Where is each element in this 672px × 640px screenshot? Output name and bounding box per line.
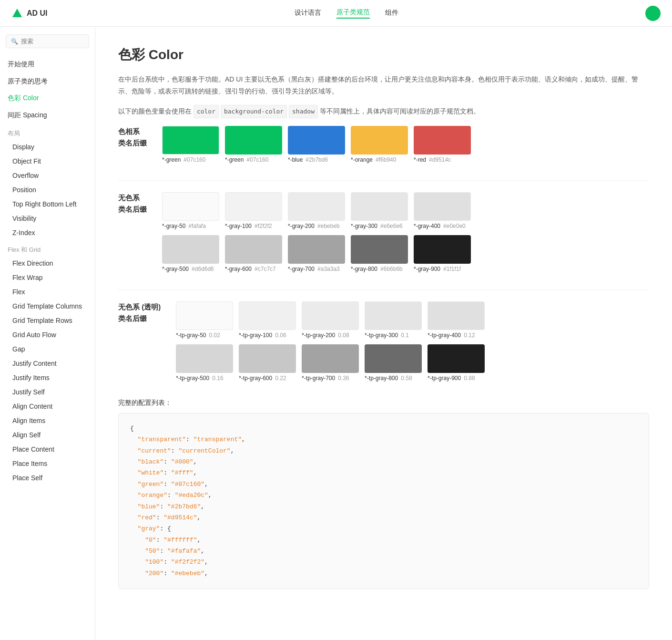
main-content: 色彩 Color 在中后台系统中，色彩服务于功能。AD UI 主要以无色系（黑白… [95,27,672,640]
swatch-tp-gray-800: *-tp-gray-8000.58 [365,344,422,382]
app-title: AD UI [27,9,48,18]
color-section-hue: 色相系 类名后缀 *-green#07c160 *-green#07c160 *… [118,126,649,163]
divider1 [118,180,649,181]
sidebar-item-object-fit[interactable]: Object Fit [0,154,95,168]
swatch-red: *-red#d9514c [414,126,471,163]
swatch-tp-gray-300: *-tp-gray-3000.1 [365,301,422,339]
sidebar-item-align-self[interactable]: Align Self [0,428,95,442]
nav-components[interactable]: 组件 [385,9,398,18]
sidebar-item-align-content[interactable]: Align Content [0,399,95,413]
sidebar-item-grid-auto-flow[interactable]: Grid Auto Flow [0,328,95,342]
sidebar-item-visibility[interactable]: Visibility [0,211,95,226]
header: AD UI 设计语言 原子类规范 组件 [0,0,672,27]
sidebar-item-trbl[interactable]: Top Right Bottom Left [0,197,95,211]
swatch-gray-300: *-gray-300#e6e6e6 [351,192,408,229]
inline-code-bg-color: background-color [221,105,287,118]
sidebar-item-place-self[interactable]: Place Self [0,471,95,485]
swatch-tp-gray-500: *-tp-gray-5000.16 [176,344,233,382]
nav-design-language[interactable]: 设计语言 [295,9,321,18]
sidebar-item-grid-template-columns[interactable]: Grid Template Columns [0,299,95,313]
sidebar-item-flex-direction[interactable]: Flex Direction [0,256,95,270]
page-description2: 以下的颜色变量会使用在 color background-color shado… [118,105,649,118]
sidebar-item-flex[interactable]: Flex [0,285,95,299]
nav-atomic-spec[interactable]: 原子类规范 [336,8,370,19]
sidebar-section-layout: 布局 [0,124,95,140]
swatch-gray-100: *-gray-100#f2f2f2 [225,192,282,229]
sidebar-item-place-content[interactable]: Place Content [0,442,95,456]
logo: AD UI [11,8,48,19]
sidebar-item-color[interactable]: 色彩 Color [0,90,95,107]
logo-icon [11,8,23,19]
inline-code-color: color [193,105,219,118]
sidebar-item-overflow[interactable]: Overflow [0,168,95,183]
color-section-tp-label: 无色系 (透明) 类名后缀 [118,301,161,324]
swatch-tp-gray-200: *-tp-gray-2000.08 [302,301,359,339]
sidebar-item-start[interactable]: 开始使用 [0,56,95,73]
swatch-tp-gray-900: *-tp-gray-9000.88 [428,344,485,382]
swatch-tp-gray-50: *-tp-gray-500.02 [176,301,233,339]
swatch-gray-50: *-gray-50#fafafa [162,192,219,229]
color-section-hue-label: 色相系 类名后缀 [118,126,147,149]
sidebar-item-flex-wrap[interactable]: Flex Wrap [0,270,95,285]
search-icon: 🔍 [11,38,18,45]
sidebar: 🔍 开始使用 原子类的思考 色彩 Color 间距 Spacing 布局 Dis… [0,27,95,640]
swatch-tp-gray-700: *-tp-gray-7000.36 [302,344,359,382]
page-title: 色彩 Color [118,46,649,64]
svg-marker-0 [12,9,22,17]
swatch-blue: *-blue#2b7bd6 [288,126,345,163]
sidebar-item-atomic-thinking[interactable]: 原子类的思考 [0,73,95,90]
main-nav: 设计语言 原子类规范 组件 [295,8,398,19]
search-box[interactable]: 🔍 [6,34,89,48]
sidebar-item-spacing[interactable]: 间距 Spacing [0,107,95,124]
swatch-gray-600: *-gray-600#c7c7c7 [225,235,282,272]
sidebar-item-place-items[interactable]: Place Items [0,456,95,471]
code-block: { "transparent": "transparent", "current… [118,413,649,589]
sidebar-item-align-items[interactable]: Align Items [0,413,95,428]
sidebar-item-zindex[interactable]: Z-Index [0,226,95,240]
sidebar-item-justify-content[interactable]: Justify Content [0,356,95,371]
swatch-gray-400: *-gray-400#e0e0e0 [414,192,471,229]
page-description: 在中后台系统中，色彩服务于功能。AD UI 主要以无色系（黑白灰）搭建整体的后台… [118,73,649,97]
swatch-gray-200: *-gray-200#ebebeb [288,192,345,229]
avatar[interactable] [645,6,661,21]
swatch-tp-gray-100: *-tp-gray-1000.06 [239,301,296,339]
swatch-gray-800: *-gray-800#6b6b6b [351,235,408,272]
swatch-tp-gray-600: *-tp-gray-6000.22 [239,344,296,382]
color-section-transparent: 无色系 (透明) 类名后缀 *-tp-gray-500.02 *-tp-gray… [118,301,649,382]
code-section: 完整的配置列表： { "transparent": "transparent",… [118,399,649,589]
search-input[interactable] [21,38,84,45]
sidebar-section-flex-grid: Flex 和 Grid [0,240,95,256]
code-title: 完整的配置列表： [118,399,649,407]
sidebar-item-gap[interactable]: Gap [0,342,95,356]
sidebar-item-justify-self[interactable]: Justify Self [0,385,95,399]
layout: 🔍 开始使用 原子类的思考 色彩 Color 间距 Spacing 布局 Dis… [0,27,672,640]
sidebar-item-position[interactable]: Position [0,183,95,197]
color-section-gray-label: 无色系 类名后缀 [118,192,147,215]
inline-code-shadow: shadow [289,105,318,118]
swatch-gray-500: *-gray-500#d6d6d6 [162,235,219,272]
swatch-gray-700: *-gray-700#a3a3a3 [288,235,345,272]
sidebar-item-display[interactable]: Display [0,140,95,154]
sidebar-item-grid-template-rows[interactable]: Grid Template Rows [0,313,95,328]
swatch-gray-900: *-gray-900#1f1f1f [414,235,471,272]
sidebar-item-justify-items[interactable]: Justify Items [0,371,95,385]
swatch-green2: *-green#07c160 [225,126,282,163]
color-section-gray: 无色系 类名后缀 *-gray-50#fafafa *-gray-100#f2f… [118,192,649,272]
swatch-tp-gray-400: *-tp-gray-4000.12 [428,301,485,339]
divider2 [118,289,649,290]
swatch-orange: *-orange#f6b940 [351,126,408,163]
swatch-green1: *-green#07c160 [162,126,219,163]
